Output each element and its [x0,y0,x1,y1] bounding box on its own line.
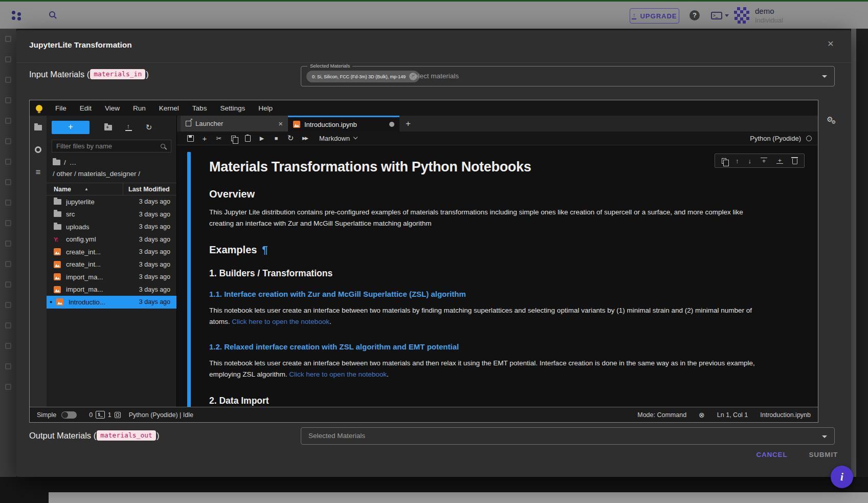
new-folder-button[interactable]: + [98,125,118,130]
running-kernel-dot-icon: ● [50,299,56,304]
upload-icon [125,124,132,131]
cancel-button[interactable]: CANCEL [756,451,787,458]
material-chip[interactable]: 0: Si, Silicon, FCC (Fd-3m) 3D (Bulk), m… [306,71,419,82]
refresh-button[interactable]: ↻ [139,124,159,131]
table-of-contents-tab-icon[interactable]: ≡ [36,169,41,176]
info-fab-button[interactable]: i [831,466,853,488]
file-browser-tab-icon[interactable] [34,125,42,130]
unsaved-dot-icon [389,122,394,127]
restart-run-all-button[interactable]: ▶▶ [298,136,312,141]
menu-edit[interactable]: Edit [73,104,98,112]
emt-heading-link[interactable]: 1.2. Relaxed interface creation with ZSL… [209,342,759,351]
chevron-down-icon[interactable] [822,75,827,78]
insert-cell-button[interactable]: + [197,134,212,143]
file-row[interactable]: src3 days ago [47,208,176,221]
file-row[interactable]: uploads3 days ago [47,221,176,233]
interrupt-kernel-button[interactable]: ■ [269,135,283,141]
menu-tabs[interactable]: Tabs [186,104,214,112]
column-header-modified[interactable]: Last Modified [123,186,176,193]
file-browser-panel: + + ↻ Filter files by name / … [47,116,177,407]
column-header-name[interactable]: Name▲ [47,183,123,195]
background-sidebar-icon [5,384,11,390]
background-sidebar-icon [5,118,11,124]
menu-run[interactable]: Run [126,104,152,112]
notebook-file-icon [54,286,61,293]
settings-gears-icon[interactable]: ⚙⚙ [827,115,842,123]
cut-cells-button[interactable]: ✂ [212,135,226,142]
run-cell-button[interactable]: ▶ [255,135,269,142]
menu-help[interactable]: Help [252,104,279,112]
simple-mode-label: Simple [37,411,56,419]
selected-materials-select[interactable]: Selected Materials 0: Si, Silicon, FCC (… [301,66,835,86]
output-materials-select[interactable]: Selected Materials [301,427,835,445]
insert-cell-below-button[interactable]: + [776,158,783,164]
markdown-cell[interactable]: Materials Transformations with Python No… [209,145,759,406]
output-materials-label: Output Materials ( materials_out ) [29,430,159,441]
breadcrumb-root[interactable]: / [64,159,66,166]
running-sessions-tab-icon[interactable] [35,146,41,153]
tab-introduction-ipynb[interactable]: Introduction.ipynb [288,116,399,132]
new-launcher-button[interactable]: + [52,121,90,134]
close-icon[interactable]: × [828,37,834,50]
file-row[interactable]: Y:config.yml3 days ago [47,233,176,246]
terminal-icon: $_ [96,411,105,419]
emt-open-notebook-link[interactable]: Click here to open the notebook [289,370,387,378]
file-row[interactable]: import_ma...3 days ago [47,283,176,296]
submit-button[interactable]: SUBMIT [809,451,838,458]
breadcrumb-ellipsis[interactable]: … [70,159,77,166]
statusbar-filename: Introduction.ipynb [760,411,811,419]
close-tab-icon[interactable]: × [278,119,283,128]
cursor-position[interactable]: Ln 1, Col 1 [717,411,748,419]
simple-mode-toggle[interactable] [61,411,77,419]
file-row[interactable]: create_int...3 days ago [47,258,176,271]
zsl-open-notebook-link[interactable]: Click here to open the notebook [232,318,329,325]
zsl-text-end: . [329,318,331,325]
chevron-down-icon [353,135,358,139]
upload-button[interactable] [118,124,139,131]
paste-cells-button[interactable] [240,135,255,142]
heading-anchor-link[interactable]: ¶ [262,244,268,255]
background-sidebar-icon [5,179,11,185]
zsl-heading-link[interactable]: 1.1. Interface creation with Zur and McG… [209,290,759,298]
kernel-name: Python (Pyodide) [750,135,801,142]
materials-in-chip: materials_in [90,69,145,79]
menu-file[interactable]: File [49,104,73,112]
menu-view[interactable]: View [98,104,126,112]
file-row[interactable]: jupyterlite3 days ago [47,195,176,208]
file-row[interactable]: import_ma...3 days ago [47,271,176,283]
upload-arrow-icon: ↑ [632,13,636,19]
new-folder-icon: + [104,125,112,130]
kernel-selector[interactable]: Python (Pyodide) [750,135,812,142]
command-mode-indicator[interactable]: Mode: Command [637,411,686,419]
tab-launcher[interactable]: Launcher × [181,116,288,132]
upgrade-button: ↑UPGRADE [630,8,679,24]
menu-settings[interactable]: Settings [213,104,252,112]
folder-icon [54,224,61,230]
kernel-chip-icon [115,412,121,418]
sort-ascending-icon: ▲ [84,187,88,191]
filter-files-input[interactable]: Filter files by name [52,140,171,152]
file-row[interactable]: create_int...3 days ago [47,246,176,258]
screen: ↑UPGRADE ? >_ demo Individual JupyterLit… [0,0,868,503]
add-tab-button[interactable]: + [399,116,417,132]
delete-cell-button[interactable] [792,157,797,164]
background-sidebar-icon [5,97,11,103]
emt-paragraph: This notebook lets user create an interf… [209,358,759,380]
copy-icon [231,136,236,141]
launcher-tab-label: Launcher [195,120,274,127]
notebook-file-icon [56,298,63,305]
insert-cell-above-button[interactable]: + [761,158,767,164]
output-label-prefix: Output Materials ( [29,431,96,441]
save-button[interactable] [183,135,197,142]
output-placeholder: Selected Materials [308,432,365,440]
copy-cells-button[interactable] [226,136,240,141]
kernel-status-text[interactable]: Python (Pyodide) | Idle [129,411,193,419]
file-row-selected[interactable]: ●Introductio...3 days ago [47,296,176,309]
breadcrumb-path[interactable]: / other / materials_designer / [53,170,170,178]
home-folder-icon[interactable] [53,160,60,165]
yaml-file-icon: Y: [54,236,58,243]
selected-cell-bar[interactable] [187,152,191,407]
restart-kernel-button[interactable]: ↻ [283,134,298,143]
cell-type-dropdown[interactable]: Markdown [319,135,357,142]
menu-kernel[interactable]: Kernel [152,104,186,112]
